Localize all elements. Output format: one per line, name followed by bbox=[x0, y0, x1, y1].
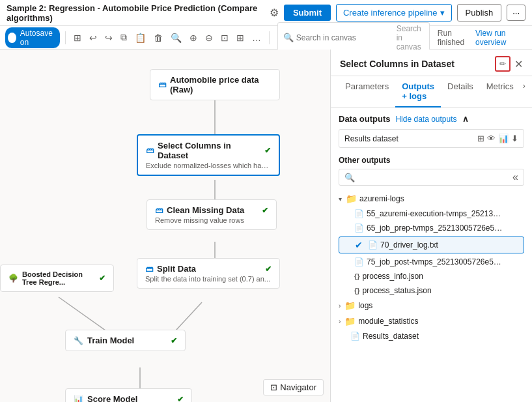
check-icon-split: ✔ bbox=[265, 265, 272, 274]
folder-azuremi-logs[interactable]: ▾ 📁 azuremi-logs bbox=[339, 191, 524, 207]
file-process-status[interactable]: {} process_status.json bbox=[339, 283, 524, 298]
node-icon-train: 🔧 bbox=[74, 336, 83, 345]
file-icon-75: 📄 bbox=[354, 257, 364, 266]
panel-title: Select Columns in Dataset bbox=[340, 59, 455, 69]
file-results-dataset[interactable]: 📄 Results_dataset bbox=[339, 329, 524, 343]
more-icon[interactable]: … bbox=[249, 31, 264, 44]
edit-icon: ✏ bbox=[499, 59, 506, 68]
folder-label-logs: logs bbox=[358, 301, 372, 310]
submit-button[interactable]: Submit bbox=[284, 5, 331, 21]
file-icon-55: 📄 bbox=[354, 209, 364, 218]
autosave-toggle[interactable]: Autosave on bbox=[5, 27, 60, 48]
side-panel: Select Columns in Dataset ✏ ✕ Parameters… bbox=[330, 50, 532, 402]
folder-module-statistics[interactable]: › 📁 module_statistics bbox=[339, 313, 524, 329]
page-title: Sample 2: Regression - Automobile Price … bbox=[7, 3, 264, 23]
search-icon: 🔍 bbox=[283, 33, 294, 42]
collapse-all-icon[interactable]: « bbox=[512, 171, 518, 183]
more-options-button[interactable]: ··· bbox=[507, 5, 525, 21]
folder-icon-azuremi: 📁 bbox=[346, 194, 357, 204]
file-65-job-prep[interactable]: 📄 65_job_prep-tvmps_25213005726e56dba07a… bbox=[339, 221, 524, 235]
checkmark-icon-70: ✔ bbox=[355, 240, 363, 250]
publish-button[interactable]: Publish bbox=[457, 4, 502, 22]
chevron-right-icon-logs: › bbox=[339, 302, 341, 309]
json-icon-process-info: {} bbox=[354, 272, 360, 280]
search-icon-panel: 🔍 bbox=[344, 173, 355, 182]
hide-data-outputs-link[interactable]: Hide data outputs bbox=[395, 115, 456, 124]
node-icon-raw: 🗃 bbox=[158, 80, 166, 89]
folder-logs[interactable]: › 📁 logs bbox=[339, 298, 524, 313]
layout-icon[interactable]: ⊞ bbox=[71, 31, 84, 44]
download-icon[interactable]: ⬇ bbox=[511, 134, 518, 143]
other-outputs-search-input[interactable] bbox=[357, 173, 510, 182]
delete-icon[interactable]: 🗑 bbox=[151, 31, 165, 44]
panel-header-icons: ✏ ✕ bbox=[495, 56, 523, 72]
check-icon-select: ✔ bbox=[264, 146, 271, 155]
file-label-55: 55_azuremi-execution-tvmps_25213005726e5… bbox=[367, 209, 503, 218]
redo-icon[interactable]: ↪ bbox=[102, 31, 115, 44]
file-process-info[interactable]: {} process_info.json bbox=[339, 269, 524, 283]
toggle-circle bbox=[8, 33, 16, 43]
fit-icon[interactable]: ⊡ bbox=[218, 31, 231, 44]
node-title-split: Split Data bbox=[157, 264, 196, 274]
folder-icon-logs: 📁 bbox=[344, 300, 356, 311]
navigator-label: Navigator bbox=[280, 382, 316, 392]
node-select-columns[interactable]: 🗃 Select Columns in Dataset ✔ Exclude no… bbox=[137, 134, 280, 176]
node-train-model[interactable]: 🔧 Train Model ✔ bbox=[65, 330, 186, 351]
view-run-link[interactable]: View run overview bbox=[475, 29, 527, 47]
copy-icon[interactable]: ⧉ bbox=[118, 31, 130, 44]
node-boosted-tree[interactable]: 🌳 Boosted Decision Tree Regre... ✔ bbox=[0, 265, 114, 292]
node-title-raw: Automobile price data (Raw) bbox=[170, 75, 272, 94]
folder-icon-module: 📁 bbox=[344, 316, 356, 326]
file-label-process-info: process_info.json bbox=[363, 272, 423, 281]
zoom-in-icon[interactable]: ⊕ bbox=[187, 31, 200, 44]
tabs-arrow-icon[interactable]: › bbox=[520, 76, 528, 107]
canvas[interactable]: 🗃 Automobile price data (Raw) 🗃 Select C… bbox=[0, 50, 330, 402]
eye-icon[interactable]: 👁 bbox=[487, 134, 496, 143]
folder-label-azuremi: azuremi-logs bbox=[359, 194, 404, 203]
file-label-75: 75_job_post-tvmps_25213005726e56dba07a1e… bbox=[367, 257, 503, 266]
table-icon[interactable]: ⊞ bbox=[477, 134, 484, 143]
toolbar-separator-2 bbox=[269, 31, 270, 44]
zoom-icon[interactable]: 🔍 bbox=[168, 31, 184, 44]
navigator-icon: ⊡ bbox=[270, 382, 277, 392]
file-55-execution[interactable]: 📄 55_azuremi-execution-tvmps_25213005726… bbox=[339, 207, 524, 221]
chevron-up-icon: ∧ bbox=[462, 114, 469, 124]
node-split-data[interactable]: 🗃 Split Data ✔ Split the data into train… bbox=[137, 258, 280, 289]
tab-details[interactable]: Details bbox=[441, 76, 480, 108]
node-title-select: Select Columns in Dataset bbox=[158, 141, 260, 160]
chevron-down-icon: ▾ bbox=[339, 195, 342, 203]
tab-parameters[interactable]: Parameters bbox=[339, 76, 395, 108]
run-status: Run finished bbox=[438, 29, 473, 47]
navigator-button[interactable]: ⊡ Navigator bbox=[263, 379, 324, 395]
node-icon-split: 🗃 bbox=[145, 265, 153, 274]
file-icon-70: 📄 bbox=[368, 240, 378, 250]
node-icon-clean: 🗃 bbox=[155, 206, 163, 215]
paste-icon[interactable]: 📋 bbox=[132, 31, 148, 44]
panel-close-button[interactable]: ✕ bbox=[514, 58, 523, 70]
zoom-out-icon[interactable]: ⊖ bbox=[203, 31, 216, 44]
node-icon-select: 🗃 bbox=[146, 146, 154, 155]
check-icon-boosted: ✔ bbox=[99, 274, 105, 283]
search-input[interactable] bbox=[296, 33, 394, 42]
panel-edit-button[interactable]: ✏ bbox=[495, 56, 511, 72]
node-clean-missing[interactable]: 🗃 Clean Missing Data ✔ Remove missing va… bbox=[147, 199, 277, 230]
tab-outputs-logs[interactable]: Outputs + logs bbox=[395, 76, 441, 108]
create-inference-button[interactable]: Create inference pipeline ▾ bbox=[336, 4, 452, 22]
grid-icon[interactable]: ⊞ bbox=[234, 31, 247, 44]
gear-icon[interactable]: ⚙ bbox=[270, 7, 279, 19]
node-title-train: Train Model bbox=[87, 336, 134, 345]
undo-icon[interactable]: ↩ bbox=[87, 31, 100, 44]
folder-label-module: module_statistics bbox=[358, 317, 418, 326]
tab-metrics[interactable]: Metrics bbox=[480, 76, 520, 108]
other-outputs-header: Other outputs bbox=[339, 156, 524, 165]
chart-icon[interactable]: 📊 bbox=[498, 134, 509, 143]
node-automobile-raw[interactable]: 🗃 Automobile price data (Raw) bbox=[150, 69, 280, 100]
file-label-65: 65_job_prep-tvmps_25213005726e56dba07a1e… bbox=[367, 223, 503, 233]
node-score-model[interactable]: 📊 Score Model ✔ Use the test set to get … bbox=[65, 388, 192, 402]
file-75-job-post[interactable]: 📄 75_job_post-tvmps_25213005726e56dba07a… bbox=[339, 255, 524, 269]
results-icons: ⊞ 👁 📊 ⬇ bbox=[477, 134, 518, 143]
file-70-driver-log[interactable]: ✔ 📄 70_driver_log.txt bbox=[339, 237, 524, 253]
node-icon-boosted: 🌳 bbox=[8, 274, 18, 283]
node-subtitle-select: Exclude normalized-losses which has many bbox=[146, 162, 271, 169]
toolbar-separator bbox=[65, 31, 66, 44]
